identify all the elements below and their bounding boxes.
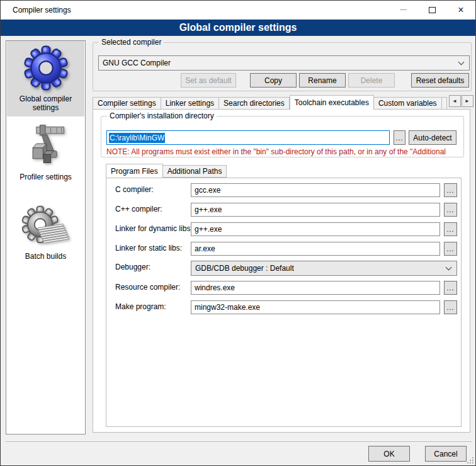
resource-compiler-browse-button[interactable]: ... — [444, 281, 457, 295]
sidebar-item-label: Global compiler settings — [7, 94, 84, 112]
close-icon: × — [458, 5, 463, 15]
sidebar-item-label: Batch builds — [25, 252, 66, 261]
tab-program-files[interactable]: Program Files — [106, 164, 163, 178]
form-row: Linker for static libs: ar.exe ... — [106, 242, 461, 256]
gear-stack-icon — [21, 205, 71, 250]
caliper-icon — [22, 120, 70, 171]
close-button[interactable]: × — [446, 1, 475, 19]
form-row: Make program: mingw32-make.exe ... — [106, 300, 461, 314]
minimize-icon — [400, 9, 407, 10]
installation-directory-value: C:\raylib\MinGW — [109, 133, 165, 143]
sidebar-item-label: Profiler settings — [20, 173, 72, 181]
browse-directory-button[interactable]: ... — [394, 130, 405, 145]
tab-linker-settings[interactable]: Linker settings — [161, 97, 219, 110]
chevron-down-icon — [446, 264, 452, 271]
minimize-button[interactable] — [388, 1, 417, 19]
set-as-default-button[interactable]: Set as default — [181, 73, 236, 88]
reset-defaults-button[interactable]: Reset defaults — [411, 73, 469, 88]
c-compiler-browse-button[interactable]: ... — [444, 183, 457, 197]
form-row: Debugger: GDB/CDB debugger : Default — [106, 261, 461, 276]
installation-note: NOTE: All programs must exist either in … — [106, 147, 461, 156]
tab-scroll-left-button[interactable]: ◄ — [449, 95, 461, 107]
tab-build-options-clipped[interactable]: Build — [442, 97, 447, 110]
group-legend: Compiler's installation directory — [107, 111, 217, 120]
settings-category-list: Global compiler settings Profiler settin… — [6, 40, 86, 435]
blue-gear-icon — [22, 43, 70, 93]
toolchain-executables-panel: Compiler's installation directory C:\ray… — [93, 109, 470, 433]
auto-detect-button[interactable]: Auto-detect — [409, 130, 456, 145]
maximize-icon — [429, 7, 436, 13]
sidebar-item-global-compiler-settings[interactable]: Global compiler settings — [7, 41, 84, 116]
arrow-right-icon: ► — [465, 98, 470, 104]
installation-directory-group: Compiler's installation directory C:\ray… — [101, 116, 464, 157]
make-program-input[interactable]: mingw32-make.exe — [191, 300, 440, 314]
maximize-button[interactable] — [417, 1, 446, 19]
form-row: C compiler: gcc.exe ... — [106, 183, 461, 197]
make-program-browse-button[interactable]: ... — [444, 300, 457, 314]
c-compiler-label: C compiler: — [115, 185, 154, 194]
chevron-down-icon — [458, 59, 465, 65]
form-row: Linker for dynamic libs: g++.exe ... — [106, 222, 461, 236]
sidebar-item-batch-builds[interactable]: Batch builds — [7, 202, 84, 265]
tab-custom-variables[interactable]: Custom variables — [374, 97, 442, 110]
tab-compiler-settings[interactable]: Compiler settings — [93, 97, 161, 110]
cancel-button[interactable]: Cancel — [425, 446, 467, 462]
arrow-left-icon: ◄ — [452, 98, 457, 104]
rename-button[interactable]: Rename — [299, 73, 346, 88]
cpp-compiler-label: C++ compiler: — [115, 205, 162, 213]
settings-tab-strip: Compiler settings Linker settings Search… — [93, 95, 472, 110]
program-files-tab-strip: Program Files Additional Paths — [106, 164, 227, 178]
static-linker-browse-button[interactable]: ... — [444, 242, 457, 256]
static-linker-label: Linker for static libs: — [115, 244, 182, 253]
ok-button[interactable]: OK — [368, 446, 410, 462]
cpp-compiler-browse-button[interactable]: ... — [444, 203, 457, 217]
debugger-select-value: GDB/CDB debugger : Default — [191, 264, 294, 273]
dynamic-linker-input[interactable]: g++.exe — [191, 222, 440, 236]
resource-compiler-input[interactable]: windres.exe — [191, 281, 440, 295]
dynamic-linker-label: Linker for dynamic libs: — [115, 224, 193, 233]
cpp-compiler-input[interactable]: g++.exe — [191, 203, 440, 217]
tab-toolchain-executables[interactable]: Toolchain executables — [290, 95, 374, 110]
resize-grip[interactable] — [467, 457, 473, 463]
window-title: Compiler settings — [13, 6, 71, 14]
tab-scroll-right-button[interactable]: ► — [462, 95, 473, 107]
debugger-label: Debugger: — [115, 263, 150, 271]
resource-compiler-label: Resource compiler: — [115, 283, 180, 292]
dynamic-linker-browse-button[interactable]: ... — [444, 222, 457, 236]
make-program-label: Make program: — [115, 302, 166, 311]
static-linker-input[interactable]: ar.exe — [191, 242, 440, 256]
installation-directory-input[interactable]: C:\raylib\MinGW — [106, 130, 390, 145]
selected-compiler-group: Selected compiler GNU GCC Compiler Set a… — [93, 42, 472, 91]
form-row: Resource compiler: windres.exe ... — [106, 281, 461, 295]
compiler-select[interactable]: GNU GCC Compiler — [98, 55, 470, 71]
delete-button[interactable]: Delete — [348, 73, 395, 88]
compiler-settings-dialog: Compiler settings × Global compiler sett… — [0, 0, 476, 466]
footer-divider — [6, 441, 472, 443]
sidebar-item-profiler-settings[interactable]: Profiler settings — [7, 119, 84, 185]
c-compiler-input[interactable]: gcc.exe — [191, 183, 440, 197]
tab-additional-paths[interactable]: Additional Paths — [163, 165, 227, 178]
tab-search-directories[interactable]: Search directories — [219, 97, 290, 110]
copy-button[interactable]: Copy — [250, 73, 297, 88]
debugger-select[interactable]: GDB/CDB debugger : Default — [191, 261, 457, 276]
group-legend: Selected compiler — [99, 38, 164, 47]
compiler-select-value: GNU GCC Compiler — [99, 59, 171, 67]
dialog-banner: Global compiler settings — [1, 20, 475, 36]
form-row: C++ compiler: g++.exe ... — [106, 203, 461, 217]
program-files-panel: C compiler: gcc.exe ... C++ compiler: g+… — [106, 178, 462, 427]
